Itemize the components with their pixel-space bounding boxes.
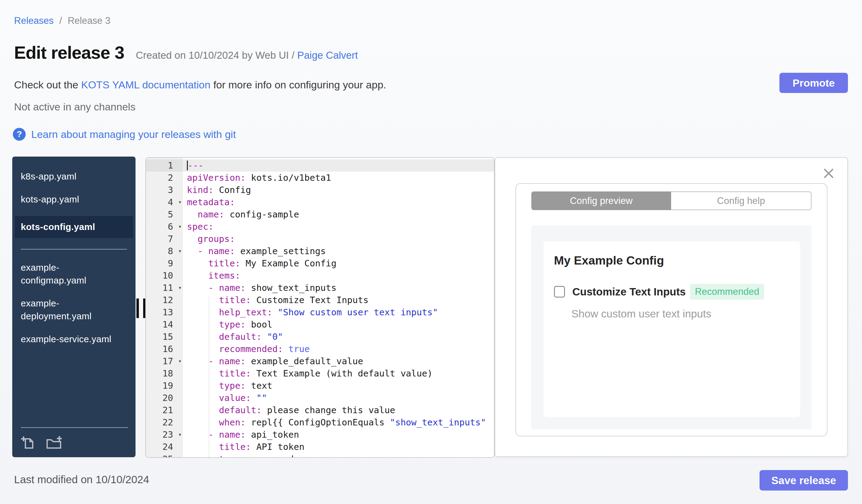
- code-line-12[interactable]: title: Customize Text Inputs: [183, 294, 494, 306]
- sidebar-file-kots-app.yaml[interactable]: kots-app.yaml: [21, 193, 122, 206]
- config-item-label: Customize Text Inputs: [572, 286, 686, 298]
- documentation-line: Check out the KOTS YAML documentation fo…: [14, 79, 386, 91]
- code-line-6[interactable]: spec:: [183, 221, 494, 233]
- code-line-15[interactable]: default: "0": [183, 331, 494, 343]
- close-icon[interactable]: [822, 167, 835, 180]
- code-line-9[interactable]: title: My Example Config: [183, 257, 494, 269]
- code-line-7[interactable]: groups:: [183, 233, 494, 245]
- line-number-12: 12: [146, 294, 182, 306]
- code-line-3[interactable]: kind: Config: [183, 184, 494, 196]
- line-number-25: 25: [146, 453, 182, 458]
- code-line-5[interactable]: name: config-sample: [183, 208, 494, 221]
- line-number-9: 9: [146, 257, 182, 269]
- breadcrumb-releases-link[interactable]: Releases: [14, 15, 53, 26]
- line-number-24: 24: [146, 441, 182, 453]
- line-number-18: 18: [146, 367, 182, 380]
- line-number-19: 19: [146, 380, 182, 392]
- code-line-13[interactable]: help_text: "Show custom user text inputs…: [183, 306, 494, 318]
- kots-yaml-doc-link[interactable]: KOTS YAML documentation: [81, 79, 210, 91]
- line-number-23: 23▾: [146, 428, 182, 441]
- line-number-11: 11▾: [146, 282, 182, 294]
- code-line-23[interactable]: - name: api_token: [183, 428, 494, 441]
- sidebar-file-kots-config.yaml[interactable]: kots-config.yaml: [15, 216, 133, 238]
- save-release-button[interactable]: Save release: [759, 470, 848, 491]
- code-line-16[interactable]: recommended: true: [183, 343, 494, 355]
- code-line-4[interactable]: metadata:: [183, 196, 494, 208]
- sidebar-file-list: k8s-app.yamlkots-app.yamlkots-config.yam…: [12, 157, 135, 346]
- last-modified-text: Last modified on 10/10/2024: [14, 474, 149, 486]
- fold-arrow-icon[interactable]: ▾: [178, 220, 182, 233]
- page-title: Edit release 3: [14, 42, 124, 63]
- fold-arrow-icon[interactable]: ▾: [178, 355, 182, 367]
- config-item-help-text: Show custom user text inputs: [571, 308, 791, 320]
- sidebar-file-example-service.yaml[interactable]: example-service.yaml: [21, 333, 122, 346]
- line-number-4: 4▾: [146, 196, 182, 208]
- code-line-22[interactable]: when: repl{{ ConfigOptionEquals "show_te…: [183, 416, 494, 428]
- indent-guide: [209, 297, 209, 457]
- title-row: Edit release 3 Created on 10/10/2024 by …: [14, 42, 358, 63]
- line-number-3: 3: [146, 184, 182, 196]
- doc-suffix: for more info on configuring your app.: [213, 79, 386, 91]
- sidebar-divider: [21, 249, 127, 250]
- promote-button[interactable]: Promote: [780, 73, 848, 93]
- line-number-10: 10: [146, 269, 182, 282]
- preview-tab-bar: Config preview Config help: [531, 191, 811, 210]
- editor-code[interactable]: ---apiVersion: kots.io/v1beta1kind: Conf…: [183, 158, 494, 457]
- editor-gutter: 1234▾56▾78▾91011▾121314151617▾1819202122…: [146, 158, 183, 457]
- line-number-17: 17▾: [146, 355, 182, 367]
- line-number-7: 7: [146, 233, 182, 245]
- preview-body: My Example Config Customize Text Inputs …: [531, 225, 811, 429]
- sidebar-file-example-deployment.yaml[interactable]: example-deployment.yaml: [21, 297, 122, 323]
- code-line-1[interactable]: ---: [183, 159, 494, 172]
- text-cursor: [187, 161, 188, 170]
- config-group-title: My Example Config: [554, 254, 791, 267]
- channel-status: Not active in any channels: [14, 101, 135, 113]
- code-line-24[interactable]: title: API token: [183, 441, 494, 453]
- config-group-card: My Example Config Customize Text Inputs …: [544, 241, 800, 417]
- new-file-icon[interactable]: [21, 435, 36, 450]
- sidebar-resize-handle[interactable]: [136, 299, 146, 318]
- tab-config-help[interactable]: Config help: [671, 191, 811, 210]
- breadcrumb-separator: /: [59, 15, 62, 26]
- config-preview-panel: Config preview Config help My Example Co…: [495, 157, 848, 457]
- code-line-19[interactable]: type: text: [183, 380, 494, 392]
- customize-text-inputs-checkbox[interactable]: [554, 286, 565, 297]
- code-line-17[interactable]: - name: example_default_value: [183, 355, 494, 367]
- recommended-badge: Recommended: [690, 284, 764, 300]
- code-line-18[interactable]: title: Text Example (with default value): [183, 367, 494, 380]
- fold-arrow-icon[interactable]: ▾: [178, 281, 182, 294]
- line-number-2: 2: [146, 172, 182, 184]
- code-line-8[interactable]: - name: example_settings: [183, 245, 494, 257]
- line-number-1: 1: [146, 159, 182, 172]
- tab-config-preview[interactable]: Config preview: [531, 191, 671, 210]
- sidebar-footer: [21, 427, 128, 457]
- line-number-21: 21: [146, 404, 182, 416]
- sidebar-file-k8s-app.yaml[interactable]: k8s-app.yaml: [21, 170, 122, 183]
- line-number-6: 6▾: [146, 221, 182, 233]
- new-folder-icon[interactable]: [45, 435, 62, 450]
- code-line-14[interactable]: type: bool: [183, 318, 494, 331]
- line-number-13: 13: [146, 306, 182, 318]
- created-on-prefix: Created on 10/10/2024 by Web UI /: [136, 50, 295, 61]
- yaml-editor[interactable]: 1234▾56▾78▾91011▾121314151617▾1819202122…: [145, 157, 495, 458]
- fold-arrow-icon[interactable]: ▾: [178, 428, 182, 440]
- line-number-16: 16: [146, 343, 182, 355]
- code-line-21[interactable]: default: please change this value: [183, 404, 494, 416]
- code-line-20[interactable]: value: "": [183, 392, 494, 404]
- code-line-2[interactable]: apiVersion: kots.io/v1beta1: [183, 172, 494, 184]
- code-line-10[interactable]: items:: [183, 269, 494, 282]
- doc-prefix: Check out the: [14, 79, 78, 91]
- line-number-15: 15: [146, 331, 182, 343]
- sidebar-file-example-configmap.yaml[interactable]: example-configmap.yaml: [21, 261, 122, 287]
- breadcrumb: Releases / Release 3: [14, 15, 110, 26]
- fold-arrow-icon[interactable]: ▾: [178, 245, 182, 257]
- line-number-14: 14: [146, 318, 182, 331]
- git-releases-link[interactable]: Learn about managing your releases with …: [31, 129, 236, 141]
- code-line-11[interactable]: - name: show_text_inputs: [183, 282, 494, 294]
- preview-card: Config preview Config help My Example Co…: [515, 183, 827, 436]
- config-item-row: Customize Text Inputs Recommended: [554, 284, 791, 300]
- created-by-link[interactable]: Paige Calvert: [297, 50, 358, 61]
- breadcrumb-current: Release 3: [68, 15, 110, 26]
- fold-arrow-icon[interactable]: ▾: [178, 196, 182, 208]
- code-line-25[interactable]: type: password: [183, 453, 494, 457]
